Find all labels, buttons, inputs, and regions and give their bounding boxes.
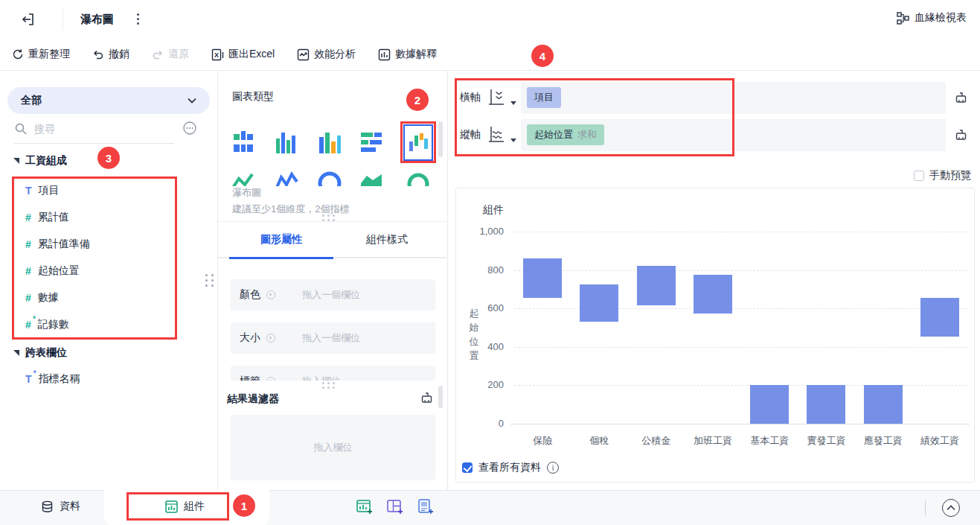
tab-data[interactable]: 資料 [41,500,80,513]
field-item[interactable]: # 數據 [25,289,59,307]
add-chart-icon[interactable] [356,498,374,516]
scrollbar[interactable] [438,121,443,157]
manual-preview-toggle[interactable]: 手動預覽 [914,169,971,182]
section-drag-handle[interactable] [322,382,336,389]
clear-brush-icon[interactable] [420,392,433,404]
kebab-menu-icon[interactable] [137,13,139,25]
view-all-data-toggle[interactable]: 查看所有資料 i [462,461,559,474]
performance-analysis-button[interactable]: 效能分析 [297,48,356,61]
tab-component[interactable]: 組件 [165,500,205,513]
refresh-button[interactable]: 重新整理 [12,48,70,61]
calculated-text-field-icon: T* [25,373,32,385]
search-icon [15,123,27,135]
gridline [514,232,968,232]
field-item[interactable]: #* 記錄數 [25,316,69,334]
grouped-table-icon[interactable] [231,128,256,158]
y-tick-label: 400 [456,341,504,352]
x-category-label: 加班工資 [685,434,741,448]
field-item[interactable]: # 起始位置 [25,262,80,280]
y-axis-title: 起始位置 [468,306,480,363]
calculated-number-field-icon: #* [25,319,31,331]
collapse-panel-button[interactable] [942,499,960,517]
x-category-label: 實發工資 [798,434,854,448]
waterfall-bar[interactable] [750,385,789,424]
data-explain-button[interactable]: 數據解釋 [378,48,437,61]
tab-graphic-properties[interactable]: 圖形屬性 [260,233,302,246]
waterfall-bar[interactable] [580,284,618,322]
donut-chart-icon[interactable] [406,168,431,186]
number-field-icon: # [25,211,31,223]
waterfall-bar[interactable] [864,385,903,424]
export-excel-button[interactable]: X 匯出Excel [211,48,275,61]
gear-icon[interactable] [266,290,275,299]
y-axis-pill[interactable]: 起始位置 求和 [527,124,604,145]
add-report-icon[interactable] [417,498,435,516]
table-selector-dropdown[interactable]: 全部 [7,87,210,114]
panel-splitter-handle[interactable] [205,274,215,287]
field-item[interactable]: T 項目 [25,182,60,200]
annotation-step-2: 2 [406,89,429,111]
add-layout-icon[interactable] [386,498,404,516]
lineage-view-button[interactable]: 血緣檢視表 [897,11,967,25]
divider [925,500,926,515]
section-collapse-icon[interactable] [13,350,19,356]
property-size-dropzone[interactable]: 大小 拖入一個欄位 [231,322,435,354]
waterfall-bar[interactable] [920,298,959,337]
redo-button[interactable]: 還原 [152,48,189,61]
search-input[interactable]: 搜尋 [34,123,55,136]
x-axis-baseline [510,424,970,424]
area-chart-icon[interactable] [359,168,384,186]
section-drag-handle[interactable] [322,214,336,221]
property-color-dropzone[interactable]: 顏色 拖入一個欄位 [231,279,435,311]
bar-chart-icon[interactable] [359,128,384,158]
clear-brush-icon[interactable] [955,129,967,141]
info-icon[interactable]: i [547,462,559,474]
result-filter-title: 結果過濾器 [227,392,279,406]
section-collapse-icon[interactable] [13,158,19,164]
annotation-step-4: 4 [531,45,554,67]
y-axis-icon[interactable] [487,125,506,144]
waterfall-bar[interactable] [694,275,732,314]
gridline [514,347,968,348]
field-item[interactable]: T* 指標名稱 [25,370,80,388]
field-item[interactable]: # 累計值準備 [25,235,90,253]
manual-preview-checkbox[interactable] [914,171,924,181]
column-chart-icon[interactable] [317,128,342,158]
x-axis-label: 橫軸 [460,91,481,104]
x-axis-dropzone[interactable]: 項目 [521,82,946,114]
chart-type-list [218,115,441,186]
back-icon[interactable] [21,12,36,27]
y-tick-label: 1,000 [456,226,504,237]
field-item[interactable]: # 累計值 [25,209,69,226]
x-axis-icon[interactable] [487,88,506,107]
canvas-panel: 橫軸 項目 縱軸 起始位置 求和 [448,71,980,490]
y-axis-dropzone[interactable]: 起始位置 求和 [521,119,946,151]
chevron-down-icon[interactable] [510,139,516,142]
x-axis-pill[interactable]: 項目 [527,87,561,108]
tab-component-style[interactable]: 組件樣式 [366,233,408,246]
undo-button[interactable]: 撤銷 [92,48,129,61]
text-field-icon: T [25,185,32,197]
result-filter-dropzone[interactable]: 拖入欄位 [231,415,435,480]
scrollbar[interactable] [438,386,443,408]
waterfall-bar[interactable] [807,385,845,424]
svg-text:X: X [214,51,219,59]
grouped-column-icon[interactable] [274,128,299,158]
chart-type-title: 圖表類型 [232,90,274,104]
x-category-label: 應發工資 [855,434,912,448]
chevron-down-icon[interactable] [510,101,516,105]
number-field-icon: # [25,292,31,304]
waterfall-bar[interactable] [523,258,562,298]
waterfall-chart-icon[interactable] [403,124,433,161]
gear-icon[interactable] [266,334,275,343]
result-filter-section: 結果過濾器 拖入欄位 [218,381,446,490]
curve-chart-icon[interactable] [274,168,299,186]
waterfall-bar[interactable] [637,266,676,305]
component-preview-card: 組件 起始位置 02004006008001,000保險個稅公積金加班工資基本工… [455,188,975,483]
annotation-step-3: 3 [97,147,120,169]
clear-brush-icon[interactable] [955,92,967,104]
line-chart-icon[interactable] [231,168,256,186]
pie-chart-icon[interactable] [317,168,342,186]
view-all-checkbox[interactable] [462,462,473,473]
ellipsis-circle-icon[interactable] [183,121,196,135]
